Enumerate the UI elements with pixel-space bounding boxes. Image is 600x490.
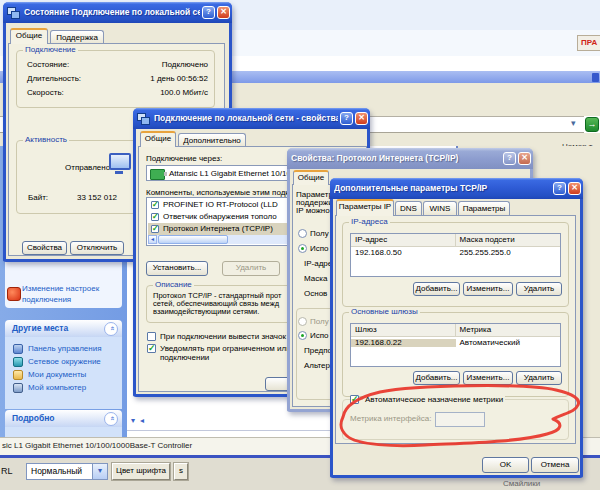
add-button[interactable]: Добавить...	[413, 282, 460, 296]
use-dns-radio[interactable]	[298, 331, 307, 340]
connection-group-label: Подключение	[23, 46, 78, 55]
tcpip-dialog-title: Свойства: Протокол Интернета (TCP/IP)	[291, 154, 501, 163]
collapse-chevron-icon[interactable]: «	[104, 322, 118, 336]
network-places-icon	[13, 357, 23, 367]
metric-cell: Автоматический	[456, 339, 561, 348]
connection-group: Подключение Состояние: Подключено Длител…	[16, 50, 215, 108]
tab-general[interactable]: Общие	[140, 131, 176, 147]
address-dropdown-arrow-icon[interactable]: ▾	[571, 119, 576, 129]
help-button[interactable]: ?	[340, 112, 353, 125]
sidebar-link-change-settings[interactable]: Изменение настроек подключения	[22, 285, 99, 305]
close-button[interactable]: ✕	[217, 6, 230, 19]
scroll-left-icon[interactable]: ◂	[140, 417, 144, 426]
smilies-label: Смайлики	[503, 480, 540, 489]
properties-dialog-titlebar[interactable]: Подключение по локальной сети - свойства…	[133, 108, 370, 129]
help-button[interactable]: ?	[202, 6, 215, 19]
use-ip-radio[interactable]	[298, 244, 307, 253]
show-icon-checkbox[interactable]	[147, 332, 156, 341]
sidebar-header-details[interactable]: Подробно «	[5, 410, 122, 427]
component-label: Протокол Интернета (TCP/IP)	[163, 225, 273, 234]
connection-icon	[7, 7, 20, 19]
disconnect-button[interactable]: Отключить	[70, 241, 124, 255]
status-dialog-titlebar[interactable]: Состояние Подключение по локальной сети …	[3, 2, 232, 23]
combo-dropdown-button[interactable]: ▾	[92, 464, 107, 479]
auto-dns-radio[interactable]	[298, 317, 307, 326]
advanced-dialog-titlebar[interactable]: Дополнительные параметры TCP/IP ? ✕	[330, 178, 583, 199]
auto-ip-label: Полу	[310, 230, 329, 239]
uninstall-button[interactable]: Удалить	[222, 261, 280, 276]
tab-wins[interactable]: WINS	[423, 201, 457, 216]
scroll-down-icon[interactable]: ▾	[131, 417, 135, 426]
ip-addresses-table[interactable]: IP-адрес Маска подсети 192.168.0.50 255.…	[350, 233, 561, 277]
tab-general[interactable]: Общие	[293, 170, 329, 185]
close-button[interactable]: ✕	[355, 112, 368, 125]
sidebar-item-network-places[interactable]: Сетевое окружение	[13, 357, 101, 367]
tab-general[interactable]: Общие	[10, 28, 48, 44]
component-label: PROFINET IO RT-Protocol (LLD	[163, 201, 278, 210]
row-status-value: Подключено	[162, 61, 208, 70]
sidebar-item-my-documents[interactable]: Мои документы	[13, 370, 86, 380]
table-row-selected[interactable]: 192.168.0.22 Автоматический	[351, 337, 560, 349]
install-button[interactable]: Установить...	[146, 261, 208, 276]
scrollbar-thumb[interactable]	[158, 235, 228, 244]
tab-dns[interactable]: DNS	[395, 201, 422, 216]
ip-addresses-group: IP-адреса IP-адрес Маска подсети 192.168…	[342, 222, 569, 307]
s-button[interactable]: s	[174, 463, 188, 480]
row-duration-value: 1 день 00:56:52	[150, 75, 208, 84]
annotation-ellipse	[325, 375, 595, 460]
close-button[interactable]: ✕	[568, 182, 581, 195]
ip-address-cell: 192.168.0.50	[351, 249, 456, 258]
sidebar-item-label: Мои документы	[28, 371, 86, 380]
ip-addresses-group-label: IP-адреса	[349, 218, 390, 227]
sidebar-panel-other-places: Панель управления Сетевое окружение Мои …	[5, 337, 122, 409]
tcpip-dialog-titlebar[interactable]: Свойства: Протокол Интернета (TCP/IP) ? …	[287, 148, 533, 169]
gateways-table[interactable]: Шлюз Метрика 192.168.0.22 Автоматический	[350, 323, 561, 367]
prava-button[interactable]: ПРА	[577, 35, 600, 51]
combo-dropdown-arrow-icon: ▾	[98, 467, 102, 476]
gateways-group-label: Основные шлюзы	[349, 308, 420, 317]
checkbox-checked[interactable]: ✓	[151, 225, 159, 233]
status-bar-text: sic L1 Gigabit Ethernet 10/100/1000Base-…	[2, 442, 192, 451]
component-label: Ответчик обнаружения тополо	[163, 213, 277, 222]
adapter-name: Attansic L1 Gigabit Ethernet 10/100	[169, 170, 295, 179]
edit-button[interactable]: Изменить...	[463, 282, 513, 296]
checkbox-checked[interactable]: ✓	[151, 201, 159, 209]
font-color-button[interactable]: Цвет шрифта	[112, 463, 170, 480]
subnet-mask-label: Маска	[304, 275, 327, 284]
table-header: Шлюз Метрика	[351, 324, 560, 337]
ip-address-label: IP-адре	[304, 260, 332, 269]
go-button[interactable]: →	[585, 117, 599, 132]
help-button[interactable]: ?	[553, 182, 566, 195]
auto-ip-radio[interactable]	[298, 229, 307, 238]
tab-options[interactable]: Параметры	[458, 201, 510, 216]
sidebar-header-other-places[interactable]: Другие места «	[5, 320, 122, 337]
help-button[interactable]: ?	[503, 152, 516, 165]
font-style-combo[interactable]: Нормальный ▾	[26, 463, 108, 480]
checkbox-checked[interactable]: ✓	[151, 213, 159, 221]
tab-ip-settings[interactable]: Параметры IP	[336, 199, 394, 216]
table-header: IP-адрес Маска подсети	[351, 234, 560, 247]
sidebar-item-label: Панель управления	[28, 345, 102, 354]
url-fragment-label: RL	[1, 467, 13, 477]
use-ip-label: Испо	[310, 245, 329, 254]
description-line: взаимодействующими сетями.	[153, 308, 259, 316]
window-control-fragment[interactable]	[592, 73, 599, 82]
sidebar-item-control-panel[interactable]: Панель управления	[13, 344, 102, 354]
notify-checkbox[interactable]: ✓	[147, 344, 156, 353]
tab-advanced[interactable]: Дополнительно	[178, 133, 246, 147]
status-dialog-title: Состояние Подключение по локальной сети	[24, 8, 200, 17]
my-documents-icon	[13, 370, 23, 380]
row-speed-label: Скорость:	[27, 89, 64, 98]
sidebar-item-my-computer[interactable]: Мой компьютер	[13, 383, 86, 393]
table-row[interactable]: 192.168.0.50 255.255.255.0	[351, 247, 560, 259]
close-button[interactable]: ✕	[518, 152, 531, 165]
bytes-value: 33 152 012	[77, 194, 117, 203]
connect-through-label: Подключение через:	[146, 155, 222, 164]
tab-support[interactable]: Поддержка	[50, 30, 104, 44]
row-duration-label: Длительность:	[27, 75, 81, 84]
collapse-chevron-icon[interactable]: «	[104, 412, 118, 426]
scroll-left-button[interactable]: ◂	[148, 235, 157, 244]
properties-button[interactable]: Свойства	[22, 241, 67, 255]
remove-button[interactable]: Удалить	[516, 282, 562, 296]
network-adapter-icon	[150, 169, 165, 180]
